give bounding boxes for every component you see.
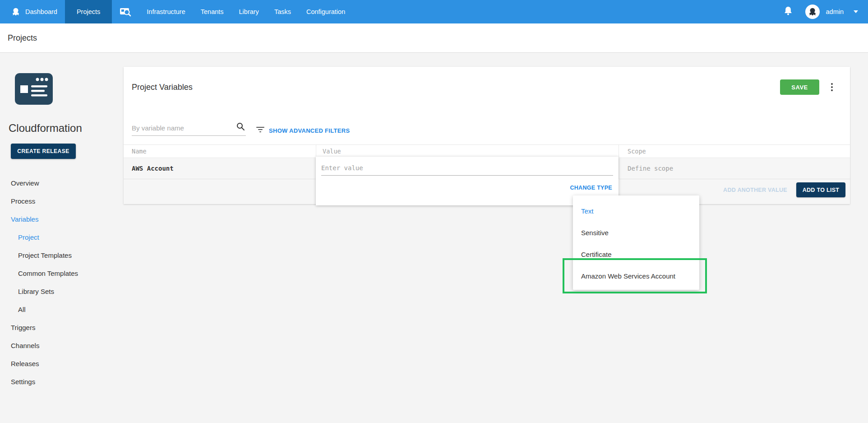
sidebar-item-project-templates[interactable]: Project Templates <box>0 246 124 264</box>
project-logo <box>15 73 53 105</box>
nav-item-tenants[interactable]: Tenants <box>193 0 231 23</box>
type-option-amazon-web-services-account[interactable]: Amazon Web Services Account <box>573 265 699 287</box>
nav-item-dashboard[interactable]: Dashboard <box>21 0 65 23</box>
sidebar-item-common-templates[interactable]: Common Templates <box>0 264 124 282</box>
column-header-scope: Scope <box>619 145 850 158</box>
user-avatar[interactable] <box>805 5 820 19</box>
save-button[interactable]: SAVE <box>780 79 819 95</box>
nav-item-projects[interactable]: Projects <box>65 0 112 23</box>
type-option-text[interactable]: Text <box>573 200 699 222</box>
breadcrumb: Projects <box>0 33 37 43</box>
change-type-link[interactable]: CHANGE TYPE <box>570 185 612 191</box>
sidebar-item-overview[interactable]: Overview <box>0 174 124 192</box>
table-header-row: Name Value Scope <box>124 144 850 158</box>
add-to-list-button[interactable]: ADD TO LIST <box>796 182 845 197</box>
username-label: admin <box>826 8 844 15</box>
sidebar-item-project[interactable]: Project <box>0 228 124 246</box>
type-option-sensitive[interactable]: Sensitive <box>573 222 699 243</box>
nav-item-tasks[interactable]: Tasks <box>267 0 299 23</box>
nav-item-library[interactable]: Library <box>231 0 267 23</box>
sidebar-nav: Overview Process Variables Project Proje… <box>0 174 124 390</box>
search-icon <box>236 122 245 133</box>
nav-item-infrastructure[interactable]: Infrastructure <box>139 0 193 23</box>
sidebar-item-releases[interactable]: Releases <box>0 354 124 372</box>
project-search-icon[interactable] <box>112 0 139 23</box>
breadcrumb-bar: Projects <box>0 23 868 53</box>
create-release-button[interactable]: CREATE RELEASE <box>11 144 76 159</box>
page-title: Project Variables <box>132 83 193 92</box>
add-another-value-button[interactable]: ADD ANOTHER VALUE <box>723 187 787 193</box>
variable-search-field <box>132 121 246 136</box>
search-input[interactable] <box>132 121 231 135</box>
sidebar-item-library-sets[interactable]: Library Sets <box>0 282 124 300</box>
notifications-bell-icon[interactable] <box>784 6 793 18</box>
top-navigation: Dashboard Projects Infrastructure Tenant… <box>0 0 868 23</box>
type-option-certificate[interactable]: Certificate <box>573 243 699 265</box>
variable-name-cell[interactable]: AWS Account <box>124 158 316 179</box>
sidebar-item-process[interactable]: Process <box>0 192 124 210</box>
octopus-logo-icon <box>0 0 21 23</box>
user-menu-chevron-down-icon[interactable] <box>854 10 858 13</box>
project-name: Cloudformation <box>9 122 82 135</box>
app-root: Dashboard Projects Infrastructure Tenant… <box>0 0 868 423</box>
nav-item-configuration[interactable]: Configuration <box>299 0 353 23</box>
show-advanced-filters-link[interactable]: SHOW ADVANCED FILTERS <box>269 127 350 134</box>
define-scope-field[interactable]: Define scope <box>619 158 850 179</box>
sidebar-item-channels[interactable]: Channels <box>0 336 124 354</box>
value-input-field <box>321 161 613 176</box>
value-input[interactable] <box>321 161 613 175</box>
nav-right-cluster: admin <box>784 0 868 23</box>
filter-icon <box>256 127 264 134</box>
variable-type-menu: Text Sensitive Certificate Amazon Web Se… <box>573 195 699 290</box>
row-actions: ADD ANOTHER VALUE ADD TO LIST <box>723 182 845 197</box>
column-header-value: Value <box>316 145 619 158</box>
sidebar-item-triggers[interactable]: Triggers <box>0 318 124 336</box>
sidebar-item-all[interactable]: All <box>0 300 124 318</box>
sidebar-item-variables[interactable]: Variables <box>0 210 124 228</box>
sidebar-item-settings[interactable]: Settings <box>0 372 124 390</box>
column-header-name: Name <box>124 145 316 158</box>
overflow-menu-icon[interactable] <box>827 80 836 94</box>
